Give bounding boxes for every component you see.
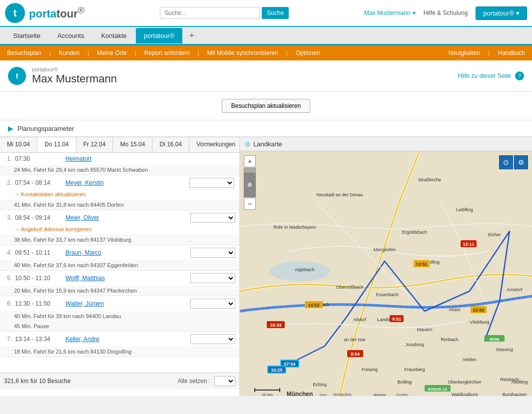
map-title: Landkarte [253,140,282,148]
hilfe-schulung-link[interactable]: Hilfe & Schulung [424,9,468,16]
svg-text:16:34: 16:34 [270,323,281,328]
route-item-5: 5. 10:50 - 11:10 Wolff, Matthias 20 Min.… [0,271,239,296]
planning-arrow: ▶ [8,124,13,132]
map-svg: Neustadt an der Donau Straßkirche Leiblf… [240,151,532,396]
route-item-3: 3. 08:54 - 09:14 Meier, Oliver Angebot! … [0,210,239,245]
alle-setzen-select[interactable] [214,376,235,386]
route-name-3[interactable]: Meier, Oliver [65,214,187,221]
route-item-6: 6. 11:30 - 11:50 Walter, Jürgen 40 Min. … [0,296,239,332]
svg-text:B588: B588 [490,337,500,342]
tab-add-btn[interactable]: + [183,27,200,44]
route-time-1: 07:30 [15,155,62,162]
update-btn[interactable]: Besuchsplan aktualisieren [222,99,310,113]
portatour-btn-arrow: ▾ [516,9,520,17]
svg-text:Ergoldsbach: Ergoldsbach [402,230,427,235]
route-row-2: 2. 07:54 - 08:14 Meyer, Kerstin [0,175,239,190]
sep-2: | [86,45,90,60]
map-zoom-out-btn[interactable]: − [244,198,256,210]
svg-text:13:51: 13:51 [416,262,427,267]
user-area: Max Mustermann ▾ Hilfe & Schulung portat… [364,6,527,20]
route-drive-3: 38 Min. Fahrt für 33,7 km nach 84137 Vil… [0,235,239,245]
route-select-7[interactable] [190,334,235,344]
toolbar-report[interactable]: Report anfordern [137,45,197,60]
tab-accounts[interactable]: Accounts [49,28,92,43]
route-action-select-2[interactable] [189,178,234,188]
route-row-4: 4. 09:51 - 10:11 Braun, Marco [0,245,239,260]
toolbar-handbuch[interactable]: Handbuch [491,45,532,60]
user-fullname: Max Mustermann [32,72,117,85]
toolbar-mobile-sync[interactable]: Mit Mobile synchronisieren [200,45,285,60]
route-select-3[interactable] [190,213,235,223]
map-zoom-in-btn[interactable]: + [244,155,256,167]
svg-text:Aham: Aham [449,307,461,312]
toolbar-optionen[interactable]: Optionen [289,45,327,60]
route-item-1: 1. 07:30 Heimatort 24 Min. Fahrt für 29,… [0,153,239,175]
route-drive-1: 24 Min. Fahrt für 29,4 km nach 85570 Mar… [0,165,239,175]
route-name-2[interactable]: Meyer, Kerstin [65,179,186,186]
day-tab-di[interactable]: Di 16.04 [152,137,189,152]
user-avatar: t [8,67,26,85]
svg-text:Burghausen: Burghausen [503,392,527,396]
route-select-5[interactable] [190,273,235,283]
route-num-6: 6. [4,300,12,307]
zoom-handle[interactable] [247,182,252,187]
route-name-5[interactable]: Wolff, Matthias [65,275,187,282]
route-action-select-6[interactable] [190,299,235,309]
route-action-select-7[interactable] [190,334,235,344]
toolbar-neuigkeiten[interactable]: Neuigkeiten [442,45,487,60]
user-info: portatour® Max Mustermann [32,66,117,85]
route-list[interactable]: 1. 07:30 Heimatort 24 Min. Fahrt für 29,… [0,153,239,373]
route-drive-4: 40 Min. Fahrt für 37,6 km nach 84307 Egg… [0,260,239,270]
svg-text:13:11: 13:11 [463,242,474,247]
route-name-6[interactable]: Walter, Jürgen [65,300,187,307]
map-zoom-slider[interactable] [244,172,256,197]
route-name-1[interactable]: Heimatort [65,155,235,162]
alle-setzen-label: Alle setzen : [178,378,210,385]
svg-text:Anzing: Anzing [374,393,386,396]
search-input[interactable] [160,7,260,19]
route-item-7: 7. 13:14 - 13:34 Keller, Andre 18 Min. F… [0,332,239,357]
day-tab-mo[interactable]: Mo 15.04 [113,137,152,152]
toolbar-meine-orte[interactable]: Meine Orte [90,45,133,60]
svg-text:Ismaning: Ismaning [333,392,352,396]
route-name-4[interactable]: Braun, Marco [65,249,187,256]
map-container[interactable]: Neustadt an der Donau Straßkirche Leiblf… [240,151,532,396]
svg-text:Mauern: Mauern [417,327,433,332]
day-tab-vormerkungen[interactable]: Vormerkungen [189,137,242,152]
day-tab-mi[interactable]: Mi 10.04 [0,137,37,152]
route-select-4[interactable] [190,248,235,258]
map-settings-btn[interactable]: ⚙ [514,155,528,169]
main-content: Mi 10.04 Do 11.04 Fr 12.04 Mo 15.04 Di 1… [0,137,532,396]
sep-6: | [487,45,491,60]
map-top-right-controls: ⊙ ⚙ [499,155,528,169]
route-select-2[interactable] [189,178,235,188]
route-action-select-4[interactable] [190,248,235,258]
toolbar-besuchsplan[interactable]: Besuchsplan [0,45,48,60]
logo-part2: tour [56,8,78,20]
svg-text:Fraunberg: Fraunberg [404,367,425,372]
sep-5: | [285,45,289,60]
route-name-7[interactable]: Keller, Andre [65,336,187,343]
route-action-select-5[interactable] [190,273,235,283]
route-select-6[interactable] [190,299,235,309]
search-area: Suche [160,7,289,19]
route-row-7: 7. 13:14 - 13:34 Keller, Andre [0,332,239,347]
user-name-btn[interactable]: Max Mustermann ▾ [364,9,416,16]
search-button[interactable]: Suche [262,7,289,19]
hilfe-page-link[interactable]: Hilfe zu dieser Seite ? [458,71,524,80]
tab-portatour[interactable]: portatour® [136,28,183,43]
portatour-header-btn[interactable]: portatour® ▾ [476,6,527,20]
route-summary: 321,6 km für 10 Besuche [4,378,174,385]
planning-params[interactable]: ▶ Planungsparameter [0,120,532,137]
day-tab-fr[interactable]: Fr 12.04 [76,137,113,152]
tab-startseite[interactable]: Startseite [5,28,48,43]
route-num-5: 5. [4,275,12,282]
svg-text:16:25: 16:25 [271,368,282,373]
svg-text:10:50: 10:50 [473,308,484,313]
day-tab-do[interactable]: Do 11.04 [37,137,76,152]
tab-kontakte[interactable]: Kontakte [93,28,134,43]
map-locate-btn[interactable]: ⊙ [499,155,513,169]
map-divider [244,168,256,172]
route-action-select-3[interactable] [190,213,235,223]
toolbar-kunden[interactable]: Kunden [52,45,86,60]
